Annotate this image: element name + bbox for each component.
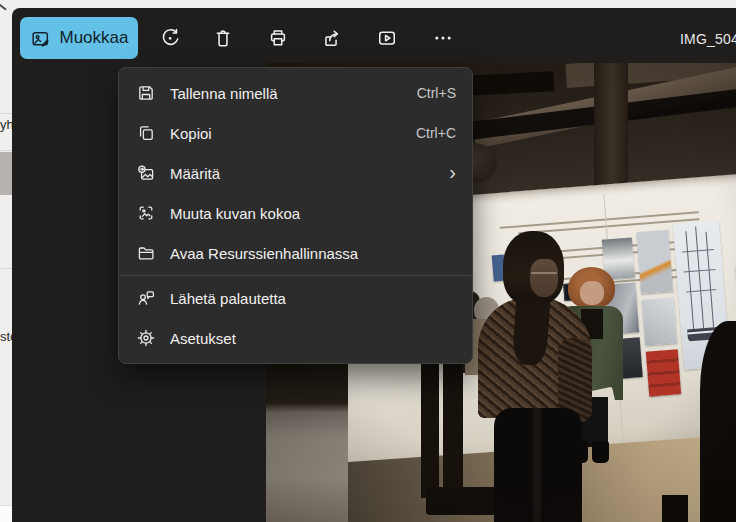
trash-icon [212,27,234,49]
menu-item-send-feedback[interactable]: Lähetä palautetta [119,278,472,318]
menu-item-set-as[interactable]: Määritä › [119,153,472,193]
filename-label: IMG_504 [680,31,736,47]
menu-item-open-in-explorer[interactable]: Avaa Resurssienhallinnassa [119,233,472,273]
photos-app-window: Muokkaa [12,8,736,522]
chevron-right-icon: › [449,162,456,182]
edit-button[interactable]: Muokkaa [20,17,138,59]
menu-item-save-as[interactable]: Tallenna nimellä Ctrl+S [119,73,472,113]
more-options-menu: Tallenna nimellä Ctrl+S Kopioi Ctrl+C [118,67,473,364]
menu-item-label: Lähetä palautetta [170,290,456,307]
menu-item-label: Määritä [170,165,449,182]
menu-item-label: Avaa Resurssienhallinnassa [170,245,456,262]
printer-icon [267,27,289,49]
menu-separator [120,275,471,276]
copy-icon [136,123,156,143]
save-icon [136,83,156,103]
edit-image-icon [30,28,51,49]
set-as-icon [136,163,156,183]
menu-item-label: Muuta kuvan kokoa [170,205,456,222]
menu-item-resize-image[interactable]: Muuta kuvan kokoa [119,193,472,233]
folder-icon [136,243,156,263]
share-button[interactable] [312,17,352,59]
menu-item-label: Tallenna nimellä [170,85,417,102]
menu-item-label: Asetukset [170,330,456,347]
menu-item-shortcut: Ctrl+S [417,85,456,101]
menu-item-label: Kopioi [170,125,416,142]
more-options-button[interactable] [423,17,463,59]
background-text-fragment-mark [0,3,7,10]
slideshow-button[interactable] [367,17,407,59]
edit-button-label: Muokkaa [60,28,129,48]
share-icon [321,27,343,49]
rotate-button[interactable] [150,17,190,59]
delete-button[interactable] [203,17,243,59]
more-ellipsis-icon [432,27,454,49]
settings-gear-icon [136,328,156,348]
menu-item-copy[interactable]: Kopioi Ctrl+C [119,113,472,153]
menu-item-shortcut: Ctrl+C [416,125,456,141]
menu-item-settings[interactable]: Asetukset [119,318,472,358]
print-button[interactable] [258,17,298,59]
slideshow-icon [376,27,398,49]
resize-icon [136,203,156,223]
rotate-icon [159,27,181,49]
feedback-icon [136,288,156,308]
